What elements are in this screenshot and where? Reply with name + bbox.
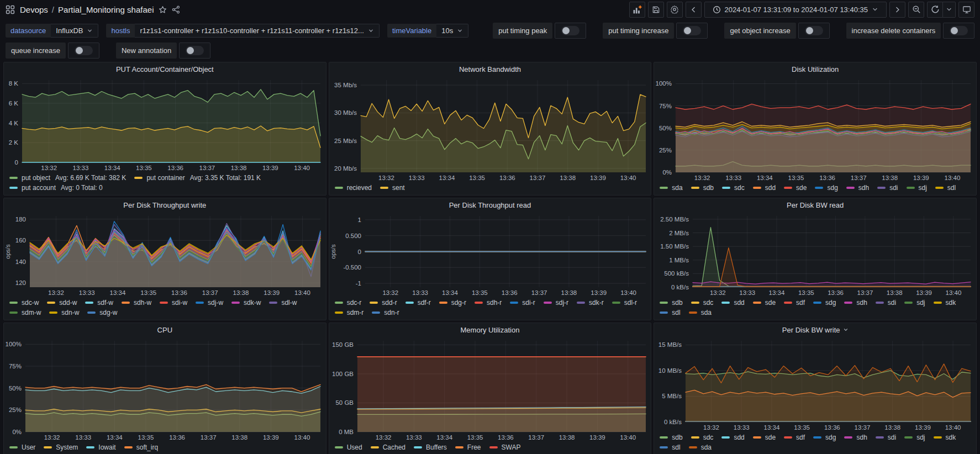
- zoom-out-button[interactable]: [908, 2, 924, 18]
- refresh-interval-dropdown[interactable]: [943, 2, 956, 18]
- legend-item-sdk-r[interactable]: sdk-r: [577, 298, 604, 307]
- legend-item-sdf[interactable]: sdf: [784, 433, 805, 442]
- legend-item-put-account[interactable]: put accountAvg: 0 Total: 0: [9, 183, 103, 192]
- legend-item-user[interactable]: User: [9, 443, 35, 452]
- legend-item-sde[interactable]: sde: [753, 298, 776, 307]
- legend-item-free[interactable]: Free: [455, 443, 481, 452]
- legend-item-sdg-r[interactable]: sdg-r: [439, 298, 466, 307]
- legend-item-sdb[interactable]: sdb: [691, 183, 714, 192]
- legend-item-sdc-w[interactable]: sdc-w: [9, 298, 39, 307]
- chart-cpu[interactable]: 0%25%50%75%100%13:3213:3313:3413:3513:36…: [4, 336, 326, 442]
- breadcrumb-root[interactable]: Devops: [20, 5, 48, 14]
- legend-item-sdb[interactable]: sdb: [660, 298, 682, 307]
- toggle-switch-new-annotation[interactable]: [179, 43, 210, 59]
- legend-item-sdl[interactable]: sdl: [660, 443, 680, 452]
- legend-item-sdn-r[interactable]: sdn-r: [372, 308, 399, 317]
- panel-title[interactable]: Network Bandwidth: [329, 62, 651, 76]
- legend-item-system[interactable]: System: [44, 443, 78, 452]
- legend-item-put-object[interactable]: put objectAvg: 6.69 K Total: 382 K: [9, 173, 126, 182]
- legend-item-sdh-w[interactable]: sdh-w: [122, 298, 151, 307]
- legend-item-sdm-w[interactable]: sdm-w: [9, 308, 41, 317]
- legend-item-sdd[interactable]: sdd: [721, 298, 744, 307]
- legend-item-sdg[interactable]: sdg: [815, 183, 837, 192]
- legend-item-sdd-r[interactable]: sdd-r: [370, 298, 397, 307]
- legend-item-sdi-r[interactable]: sdi-r: [510, 298, 535, 307]
- legend-item-sdl[interactable]: sdl: [935, 183, 956, 192]
- legend-item-sdc[interactable]: sdc: [722, 183, 745, 192]
- legend-item-sdm-r[interactable]: sdm-r: [335, 308, 364, 317]
- legend-item-sda[interactable]: sda: [660, 183, 682, 192]
- legend-item-sdb[interactable]: sdb: [660, 433, 682, 442]
- share-icon[interactable]: [172, 6, 180, 14]
- toggle-switch-get-object-increase[interactable]: [798, 23, 830, 39]
- legend-item-recieved[interactable]: recieved: [335, 183, 372, 192]
- legend-item-sdg-w[interactable]: sdg-w: [87, 308, 117, 317]
- panel-title[interactable]: PUT Account/Container/Object: [4, 62, 326, 76]
- legend-item-used[interactable]: Used: [335, 443, 362, 452]
- legend-item-cached[interactable]: Cached: [371, 443, 405, 452]
- toggle-switch-put-timing-increase[interactable]: [676, 23, 708, 39]
- legend-item-sdh-r[interactable]: sdh-r: [475, 298, 502, 307]
- toggle-switch-queue-increase[interactable]: [68, 43, 99, 59]
- legend-item-sdl-w[interactable]: sdl-w: [269, 298, 297, 307]
- dashboard-settings-button[interactable]: [667, 2, 683, 18]
- add-panel-button[interactable]: [629, 2, 645, 18]
- legend-item-swap[interactable]: SWAP: [489, 443, 521, 452]
- legend-item-sdc-r[interactable]: sdc-r: [335, 298, 362, 307]
- legend-item-sdk[interactable]: sdk: [934, 433, 956, 442]
- legend-item-sdk[interactable]: sdk: [934, 298, 956, 307]
- legend-item-sdd[interactable]: sdd: [753, 183, 776, 192]
- legend-item-sdk-w[interactable]: sdk-w: [231, 298, 261, 307]
- legend-item-sdh[interactable]: sdh: [844, 433, 867, 442]
- legend-item-sdf-w[interactable]: sdf-w: [85, 298, 113, 307]
- var-hostls-value[interactable]: r1z1s1-controller + r1z1s10-controller +…: [135, 24, 379, 38]
- panel-title[interactable]: Per Disk BW write: [654, 323, 976, 336]
- chart-per-disk-throughput-write[interactable]: 12014016018013:3213:3313:3413:3513:3613:…: [4, 212, 326, 298]
- legend-item-sdg[interactable]: sdg: [813, 298, 836, 307]
- legend-item-sdj-r[interactable]: sdj-r: [544, 298, 568, 307]
- legend-item-sdf[interactable]: sdf: [784, 298, 805, 307]
- legend-item-sdi[interactable]: sdi: [876, 433, 896, 442]
- legend-item-sdf-r[interactable]: sdf-r: [405, 298, 431, 307]
- apps-grid-icon[interactable]: [6, 5, 15, 14]
- legend-item-sdd-w[interactable]: sdd-w: [47, 298, 77, 307]
- legend-item-sdn-w[interactable]: sdn-w: [49, 308, 79, 317]
- legend-item-sdl[interactable]: sdl: [660, 308, 680, 317]
- legend-item-iowait[interactable]: Iowait: [86, 443, 115, 452]
- legend-item-sdj-w[interactable]: sdj-w: [196, 298, 223, 307]
- breadcrumb-page[interactable]: Partial_Monitoring shafaei: [58, 5, 154, 14]
- toggle-switch-put-timing-peak[interactable]: [555, 23, 586, 39]
- panel-title[interactable]: Memory Utilization: [329, 323, 651, 336]
- toggle-switch-increase-delete-containers[interactable]: [943, 23, 974, 39]
- legend-item-buffers[interactable]: Buffers: [414, 443, 447, 452]
- panel-title[interactable]: Disk Utilization: [654, 62, 976, 76]
- time-shift-back-button[interactable]: [686, 2, 702, 18]
- panel-title[interactable]: CPU: [4, 323, 326, 336]
- panel-title[interactable]: Per Disk Throughput read: [329, 198, 651, 212]
- legend-item-sda[interactable]: sda: [689, 308, 712, 317]
- legend-item-sdj[interactable]: sdj: [904, 298, 925, 307]
- legend-item-sde[interactable]: sde: [784, 183, 807, 192]
- legend-item-sent[interactable]: sent: [380, 183, 405, 192]
- cycle-view-mode-button[interactable]: [958, 2, 974, 18]
- time-shift-forward-button[interactable]: [889, 2, 905, 18]
- refresh-button[interactable]: [927, 2, 943, 18]
- chart-per-disk-throughput-read[interactable]: -1-0.50000.500113:3213:3313:3413:3513:36…: [329, 212, 651, 298]
- chart-per-disk-bw-read[interactable]: 0 kB/s500 kB/s1 MB/s1.50 MB/s2 MB/s2.50 …: [654, 212, 976, 298]
- legend-item-sdh[interactable]: sdh: [844, 298, 867, 307]
- chart-put-account-container-object[interactable]: 02 K4 K6 K8 K13:3213:3313:3413:3513:3613…: [4, 76, 326, 173]
- chart-network-bandwidth[interactable]: 20 Mb/s25 Mb/s30 Mb/s35 Mb/s13:3213:3313…: [329, 76, 651, 183]
- time-range-picker[interactable]: 2024-01-07 13:31:09 to 2024-01-07 13:40:…: [704, 2, 887, 18]
- legend-item-sdl-r[interactable]: sdl-r: [612, 298, 637, 307]
- chart-per-disk-bw-write[interactable]: 0 kB/s5 MB/s10 MB/s15 MB/s13:3213:3313:3…: [654, 336, 976, 432]
- legend-item-sdj[interactable]: sdj: [907, 183, 927, 192]
- legend-item-sdc[interactable]: sdc: [691, 298, 714, 307]
- legend-item-put-container[interactable]: put containerAvg: 3.35 K Total: 191 K: [134, 173, 261, 182]
- legend-item-sde[interactable]: sde: [753, 433, 776, 442]
- legend-item-sdj[interactable]: sdj: [904, 433, 925, 442]
- save-dashboard-button[interactable]: [648, 2, 664, 18]
- legend-item-sdd[interactable]: sdd: [721, 433, 744, 442]
- var-timeVariable-value[interactable]: 10s: [436, 24, 468, 38]
- legend-item-soft-irq[interactable]: soft_irq: [124, 443, 158, 452]
- var-datasource-value[interactable]: InfluxDB: [51, 24, 98, 38]
